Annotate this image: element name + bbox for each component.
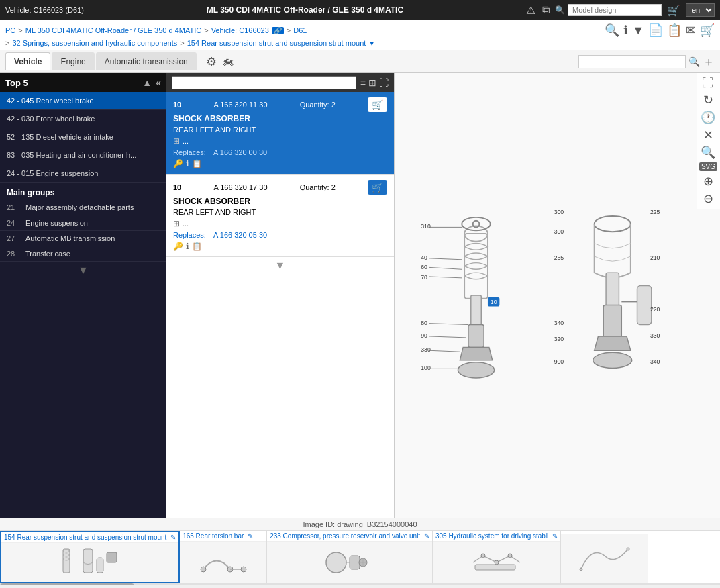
thumbnail-scrollbar[interactable] <box>0 583 720 585</box>
parts-scroll-down[interactable]: ▼ <box>166 257 394 275</box>
thumbnail-4[interactable] <box>561 531 648 583</box>
tab-search-button[interactable]: 🔍 <box>688 56 700 67</box>
grid-icon-1[interactable]: ⊞ <box>173 219 180 228</box>
part-quantity-1: Quantity: 2 <box>300 183 336 191</box>
add-to-cart-0[interactable]: 🛒 <box>368 97 387 112</box>
cart2-icon[interactable]: 🛒 <box>700 23 715 38</box>
warning-icon[interactable]: ⚠ <box>526 4 535 17</box>
zoom-in-icon[interactable]: 🔍 <box>699 145 717 160</box>
settings-icon[interactable]: ⚙ <box>206 54 217 69</box>
svg-point-6 <box>458 362 494 378</box>
view-icons: ≡ ⊞ ⛶ <box>360 77 389 88</box>
tab-search-add-button[interactable]: ＋ <box>703 54 715 70</box>
doc-icon[interactable]: 📄 <box>648 23 663 38</box>
part-name1-0: SHOCK ABSORBER <box>173 114 387 124</box>
history-icon[interactable]: 🕐 <box>699 110 717 125</box>
doc-icon-1[interactable]: 📋 <box>192 242 202 251</box>
replaces-value-1[interactable]: A 166 320 05 30 <box>213 231 267 239</box>
thumbnail-label-1: 165 Rear torsion bar ✎ <box>180 531 266 542</box>
add-to-cart-1[interactable]: 🛒 <box>368 180 387 195</box>
thumbnail-edit-0[interactable]: ✎ <box>170 534 176 541</box>
group-label-28: Transfer case <box>25 250 70 258</box>
mail-icon[interactable]: ✉ <box>686 23 696 38</box>
doc2-icon[interactable]: 📋 <box>667 23 682 38</box>
sidebar-item-4[interactable]: 24 - 015 Engine suspension <box>0 164 166 183</box>
diagram-right: 300 225 300 255 210 220 340 320 900 330 … <box>554 209 660 368</box>
breadcrumb-vehicle[interactable]: Vehicle: C166023 <box>211 26 269 34</box>
filter-icon[interactable]: ▼ <box>632 23 644 38</box>
svg-text:340: 340 <box>650 358 660 365</box>
breadcrumb-row2: > 32 Springs, suspension and hydraulic c… <box>5 39 715 47</box>
rotate-icon[interactable]: ↻ <box>699 93 717 107</box>
parts-search-input[interactable] <box>172 76 356 89</box>
tab-search-input[interactable] <box>578 55 686 68</box>
breadcrumb-model[interactable]: ML 350 CDI 4MATIC Off-Roader / GLE 350 d… <box>25 26 201 34</box>
breadcrumb-dropdown-icon[interactable]: ▼ <box>368 40 375 47</box>
grid-icon-0[interactable]: ⊞ <box>173 136 180 146</box>
breadcrumb-pc[interactable]: PC <box>5 26 15 34</box>
svg-text:300: 300 <box>554 209 564 215</box>
svg-rect-53 <box>350 556 360 569</box>
search-icon[interactable]: 🔍 <box>555 5 565 15</box>
grid-view-icon[interactable]: ⊞ <box>368 77 376 88</box>
main-group-28[interactable]: 28 Transfer case <box>0 246 166 262</box>
main-group-27[interactable]: 27 Automatic MB transmission <box>0 231 166 246</box>
part-item-1[interactable]: 10 A 166 320 17 30 Quantity: 2 🛒 SHOCK A… <box>166 175 394 257</box>
sidebar-item-1[interactable]: 42 - 030 Front wheel brake <box>0 110 166 128</box>
tab-engine[interactable]: Engine <box>52 52 94 70</box>
main-group-24[interactable]: 24 Engine suspension <box>0 215 166 231</box>
main-group-21[interactable]: 21 Major assembly detachable parts <box>0 200 166 215</box>
thumbnail-img-4 <box>561 534 648 583</box>
svg-icon[interactable]: SVG <box>699 162 717 171</box>
sidebar-item-2[interactable]: 52 - 135 Diesel vehicle air intake <box>0 128 166 146</box>
key-icon-0[interactable]: 🔑 <box>173 159 183 168</box>
expand-icon[interactable]: « <box>156 77 161 88</box>
scrollbar-thumb[interactable] <box>0 583 134 585</box>
info-icon-0[interactable]: ℹ <box>186 159 189 168</box>
tab-vehicle[interactable]: Vehicle <box>5 52 50 70</box>
tab-automatic-transmission[interactable]: Automatic transmission <box>96 52 197 70</box>
sidebar-item-0[interactable]: 42 - 045 Rear wheel brake <box>0 92 166 110</box>
bike-icon[interactable]: 🏍 <box>222 54 234 68</box>
thumbnail-3[interactable]: 305 Hydraulic system for driving stabil … <box>433 531 561 583</box>
breadcrumb-suspension[interactable]: 154 Rear suspension strut and suspension… <box>187 39 366 47</box>
zoom-icon[interactable]: 🔍 <box>605 23 619 38</box>
thumbnail-edit-2[interactable]: ✎ <box>424 532 429 540</box>
tab-search: 🔍 ＋ <box>578 54 715 70</box>
key-icon-1[interactable]: 🔑 <box>173 242 183 251</box>
breadcrumb-d61[interactable]: D61 <box>293 26 307 34</box>
top-bar-icons: ⚠ ⧉ <box>526 4 550 17</box>
breadcrumb-springs[interactable]: 32 Springs, suspension and hydraulic com… <box>12 39 177 47</box>
expand-view-icon[interactable]: ⛶ <box>379 77 389 88</box>
doc-icon-0[interactable]: 📋 <box>192 159 202 168</box>
close-toolbar-icon[interactable]: ✕ <box>699 128 717 142</box>
info-icon[interactable]: ℹ <box>623 23 628 38</box>
part-item-0[interactable]: 10 A 166 320 11 30 Quantity: 2 🛒 SHOCK A… <box>166 92 394 175</box>
thumbnail-1[interactable]: 165 Rear torsion bar ✎ <box>180 531 267 583</box>
thumbnail-0[interactable]: 154 Rear suspension strut and suspension… <box>0 531 180 583</box>
svg-text:900: 900 <box>554 358 564 365</box>
replaces-value-0[interactable]: A 166 320 00 30 <box>213 148 267 156</box>
thumbnail-edit-3[interactable]: ✎ <box>552 532 558 540</box>
cart-icon[interactable]: 🛒 <box>667 4 680 17</box>
sidebar-item-3[interactable]: 83 - 035 Heating and air conditioner h..… <box>0 146 166 164</box>
replaces-label-1: Replaces: <box>173 231 206 239</box>
part-pos-1: 10 <box>173 183 181 191</box>
zoom-in2-icon[interactable]: ⊕ <box>699 174 717 189</box>
sidebar-scroll-down[interactable]: ▼ <box>0 262 166 279</box>
thumbnail-edit-1[interactable]: ✎ <box>248 532 253 540</box>
info-icon-1[interactable]: ℹ <box>186 242 189 251</box>
model-search: 🔍 <box>555 4 662 16</box>
thumbnail-2[interactable]: 233 Compressor, pressure reservoir and v… <box>267 531 433 583</box>
collapse-icon[interactable]: ▲ <box>142 77 152 88</box>
model-search-input[interactable] <box>568 4 662 16</box>
image-area: ⛶ ↻ 🕐 ✕ 🔍 SVG ⊕ ⊖ <box>395 73 720 518</box>
copy-icon[interactable]: ⧉ <box>542 4 550 16</box>
zoom-out-icon[interactable]: ⊖ <box>699 191 717 206</box>
svg-rect-47 <box>107 552 117 562</box>
language-select[interactable]: en de <box>686 3 715 17</box>
model-name: ML 350 CDI 4MATIC Off-Roader / GLE 350 d… <box>207 5 403 15</box>
group-num-27: 27 <box>7 234 20 242</box>
list-view-icon[interactable]: ≡ <box>360 77 366 88</box>
expand-toolbar-icon[interactable]: ⛶ <box>699 76 717 90</box>
